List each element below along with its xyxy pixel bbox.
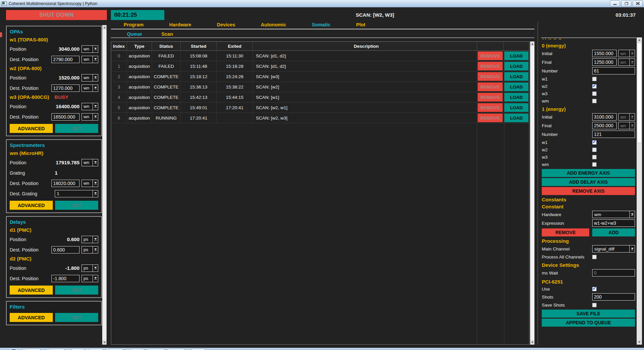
dest-grating-dropdown[interactable]: 1 — [55, 190, 98, 197]
delays-set-button[interactable]: SET — [55, 286, 98, 295]
scroll-up-arrow-icon[interactable] — [102, 25, 107, 30]
tab-program[interactable]: Program — [124, 22, 144, 27]
axis1-number-input[interactable] — [592, 131, 635, 138]
remove-button[interactable]: REMOVE — [478, 114, 503, 122]
constant-add-button[interactable]: ADD — [592, 228, 635, 236]
tab-devices[interactable]: Devices — [217, 22, 235, 27]
remove-button[interactable]: REMOVE — [478, 93, 503, 102]
scan-panel-scrollbar[interactable] — [637, 37, 642, 345]
axis0-initial-units-dropdown[interactable]: wn — [618, 50, 635, 57]
opas-set-button[interactable]: SET — [55, 124, 98, 133]
axis1-w3-checkbox[interactable] — [592, 155, 597, 159]
wm-units-dropdown[interactable]: wn — [82, 159, 98, 166]
taskbar-app-button[interactable] — [187, 349, 205, 350]
tab-plot[interactable]: Plot — [356, 22, 365, 27]
remove-button[interactable]: REMOVE — [478, 72, 503, 81]
process-all-channels-checkbox[interactable] — [592, 255, 597, 259]
w3-dest-position-input[interactable] — [51, 113, 79, 121]
remove-axis-button[interactable]: REMOVE AXIS — [542, 187, 635, 195]
shutdown-button[interactable]: SHUT DOWN — [6, 10, 107, 20]
close-button[interactable] — [633, 0, 643, 7]
scrollbar-thumb[interactable] — [637, 43, 642, 143]
hardware-dropdown[interactable]: wm — [592, 211, 635, 218]
load-button[interactable]: LOAD — [504, 72, 528, 81]
queue-scrollbar[interactable] — [530, 41, 534, 345]
load-button[interactable]: LOAD — [504, 114, 528, 122]
constant-remove-button[interactable]: REMOVE — [542, 228, 589, 236]
d1-dest-units-dropdown[interactable]: ps — [82, 246, 98, 253]
wm-dest-position-input[interactable] — [51, 180, 79, 187]
tab-hardware[interactable]: Hardware — [169, 22, 191, 27]
add-energy-axis-button[interactable]: ADD ENERGY AXIS — [542, 169, 635, 177]
axis1-w1-checkbox[interactable] — [592, 140, 597, 145]
load-button[interactable]: LOAD — [504, 82, 528, 91]
remove-button[interactable]: REMOVE — [478, 51, 503, 60]
w1-dest-units-dropdown[interactable]: wn — [82, 56, 98, 63]
expression-input[interactable] — [592, 219, 635, 227]
taskbar-app-button[interactable] — [22, 349, 40, 350]
w2-units-dropdown[interactable]: wn — [82, 74, 98, 81]
axis0-initial-input[interactable] — [592, 50, 617, 57]
taskbar-app-button[interactable] — [46, 349, 64, 350]
filters-advanced-button[interactable]: ADVANCED — [10, 313, 53, 322]
taskbar-app-button[interactable] — [126, 349, 144, 350]
scroll-down-arrow-icon[interactable] — [530, 340, 534, 345]
axis1-final-input[interactable] — [592, 122, 617, 129]
tab-scan[interactable]: Scan — [161, 31, 173, 37]
append-to-queue-button[interactable]: APPEND TO QUEUE — [542, 319, 635, 327]
tab-somatic[interactable]: Somatic — [312, 22, 330, 27]
d2-dest-units-dropdown[interactable]: ps — [82, 275, 98, 282]
axis1-final-units-dropdown[interactable]: wn — [618, 122, 635, 129]
d2-units-dropdown[interactable]: ps — [82, 265, 98, 272]
start-orb-icon[interactable] — [8, 348, 19, 350]
ms-wait-input[interactable] — [592, 269, 635, 277]
w2-dest-position-input[interactable] — [51, 84, 79, 92]
scroll-down-arrow-icon[interactable] — [637, 340, 642, 345]
opas-advanced-button[interactable]: ADVANCED — [10, 124, 53, 133]
load-button[interactable]: LOAD — [504, 93, 528, 102]
save-shots-checkbox[interactable] — [592, 303, 597, 307]
axis1-initial-units-dropdown[interactable]: wn — [618, 113, 635, 121]
axis0-w2-checkbox[interactable] — [592, 84, 597, 89]
minimize-button[interactable] — [610, 0, 620, 7]
load-button[interactable]: LOAD — [504, 62, 528, 70]
save-file-button[interactable]: SAVE FILE — [542, 310, 635, 318]
tab-autonomic[interactable]: Autonomic — [261, 22, 286, 27]
w2-dest-units-dropdown[interactable]: wn — [82, 84, 98, 92]
main-channel-dropdown[interactable]: signal_diff — [592, 245, 635, 252]
tab-queue[interactable]: Queue — [127, 31, 142, 37]
axis0-w1-checkbox[interactable] — [592, 77, 597, 81]
scroll-down-arrow-icon[interactable] — [102, 340, 107, 345]
taskbar-app-button[interactable] — [67, 349, 85, 350]
d1-dest-position-input[interactable] — [51, 246, 79, 253]
d2-dest-position-input[interactable] — [51, 275, 79, 282]
w1-units-dropdown[interactable]: wn — [82, 45, 98, 53]
wm-dest-units-dropdown[interactable]: wn — [82, 180, 98, 187]
spectrometers-set-button[interactable]: SET — [55, 201, 98, 210]
axis1-w2-checkbox[interactable] — [592, 148, 597, 152]
use-checkbox[interactable] — [592, 287, 597, 291]
scroll-up-arrow-icon[interactable] — [530, 41, 534, 46]
taskbar-app-button[interactable] — [85, 349, 103, 350]
remove-button[interactable]: REMOVE — [478, 82, 503, 91]
axis0-number-input[interactable] — [592, 67, 635, 74]
spectrometers-advanced-button[interactable]: ADVANCED — [10, 201, 53, 210]
w3-dest-units-dropdown[interactable]: wn — [82, 113, 98, 121]
w1-dest-position-input[interactable] — [51, 56, 79, 63]
axis0-final-units-dropdown[interactable]: wn — [618, 58, 635, 66]
axis1-initial-input[interactable] — [592, 113, 617, 121]
remove-button[interactable]: REMOVE — [478, 103, 503, 112]
axis0-wm-checkbox[interactable] — [592, 99, 597, 103]
w3-units-dropdown[interactable]: wn — [82, 103, 98, 110]
load-button[interactable]: LOAD — [504, 103, 528, 112]
axis1-wm-checkbox[interactable] — [592, 162, 597, 167]
delays-advanced-button[interactable]: ADVANCED — [10, 286, 53, 295]
scroll-up-arrow-icon[interactable] — [637, 37, 642, 42]
sidebar-scrollbar[interactable] — [102, 25, 107, 345]
taskbar-app-button[interactable] — [147, 349, 165, 350]
axis0-w3-checkbox[interactable] — [592, 92, 597, 96]
filters-set-button[interactable]: SET — [55, 313, 98, 322]
taskbar-app-button[interactable] — [167, 349, 185, 350]
remove-button[interactable]: REMOVE — [478, 62, 503, 70]
add-delay-axis-button[interactable]: ADD DELAY AXIS — [542, 178, 635, 186]
